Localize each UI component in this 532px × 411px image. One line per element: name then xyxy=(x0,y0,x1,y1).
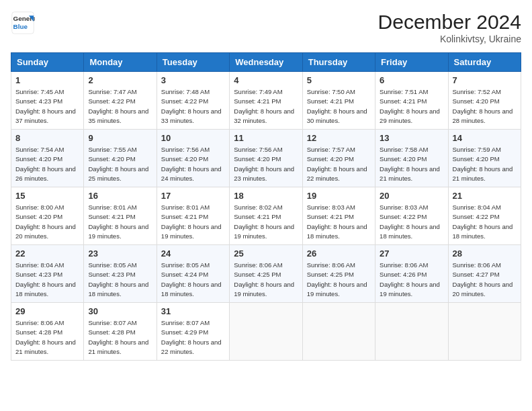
day-number: 15 xyxy=(15,191,79,201)
cell-content: Sunrise: 7:50 AMSunset: 4:21 PMDaylight:… xyxy=(307,87,371,126)
calendar-cell: 30Sunrise: 8:07 AMSunset: 4:28 PMDayligh… xyxy=(84,303,157,361)
cell-content: Sunrise: 8:06 AMSunset: 4:25 PMDaylight:… xyxy=(307,261,371,299)
calendar-cell: 31Sunrise: 8:07 AMSunset: 4:29 PMDayligh… xyxy=(157,303,229,361)
calendar-header-row: SundayMondayTuesdayWednesdayThursdayFrid… xyxy=(11,53,521,72)
cell-content: Sunrise: 7:49 AMSunset: 4:21 PMDaylight:… xyxy=(234,87,298,126)
calendar-cell: 5Sunrise: 7:50 AMSunset: 4:21 PMDaylight… xyxy=(302,72,375,130)
calendar-cell: 2Sunrise: 7:47 AMSunset: 4:22 PMDaylight… xyxy=(84,72,157,130)
day-number: 20 xyxy=(380,191,443,201)
logo: General Blue xyxy=(11,11,35,35)
cell-content: Sunrise: 8:07 AMSunset: 4:29 PMDaylight:… xyxy=(161,318,225,357)
day-number: 29 xyxy=(15,306,79,316)
day-number: 31 xyxy=(161,306,225,316)
calendar-cell xyxy=(448,303,521,361)
calendar-cell xyxy=(375,303,448,361)
calendar-week-1: 1Sunrise: 7:45 AMSunset: 4:23 PMDaylight… xyxy=(11,72,521,130)
day-number: 12 xyxy=(307,133,371,143)
cell-content: Sunrise: 8:05 AMSunset: 4:24 PMDaylight:… xyxy=(161,261,225,299)
calendar-body: 1Sunrise: 7:45 AMSunset: 4:23 PMDaylight… xyxy=(11,72,521,361)
calendar-cell: 18Sunrise: 8:02 AMSunset: 4:21 PMDayligh… xyxy=(230,187,302,245)
weekday-header-friday: Friday xyxy=(375,53,448,72)
location: Kolinkivtsy, Ukraine xyxy=(378,34,521,44)
calendar-cell: 29Sunrise: 8:06 AMSunset: 4:28 PMDayligh… xyxy=(11,303,84,361)
cell-content: Sunrise: 8:04 AMSunset: 4:22 PMDaylight:… xyxy=(453,203,517,241)
page-header: General Blue December 2024 Kolinkivtsy, … xyxy=(11,11,521,44)
cell-content: Sunrise: 7:54 AMSunset: 4:20 PMDaylight:… xyxy=(15,145,79,183)
cell-content: Sunrise: 7:45 AMSunset: 4:23 PMDaylight:… xyxy=(15,87,79,126)
month-title: December 2024 xyxy=(378,11,521,34)
calendar-cell: 9Sunrise: 7:55 AMSunset: 4:20 PMDaylight… xyxy=(84,130,157,187)
calendar-cell: 1Sunrise: 7:45 AMSunset: 4:23 PMDaylight… xyxy=(11,72,84,130)
cell-content: Sunrise: 8:04 AMSunset: 4:23 PMDaylight:… xyxy=(15,261,79,299)
calendar-cell: 13Sunrise: 7:58 AMSunset: 4:20 PMDayligh… xyxy=(375,130,448,187)
cell-content: Sunrise: 8:06 AMSunset: 4:28 PMDaylight:… xyxy=(15,318,79,357)
day-number: 25 xyxy=(234,248,298,259)
calendar-cell: 4Sunrise: 7:49 AMSunset: 4:21 PMDaylight… xyxy=(230,72,302,130)
calendar-cell: 26Sunrise: 8:06 AMSunset: 4:25 PMDayligh… xyxy=(302,245,375,303)
day-number: 7 xyxy=(453,75,517,85)
calendar-cell: 19Sunrise: 8:03 AMSunset: 4:21 PMDayligh… xyxy=(302,187,375,245)
cell-content: Sunrise: 7:58 AMSunset: 4:20 PMDaylight:… xyxy=(380,145,443,183)
calendar-cell: 8Sunrise: 7:54 AMSunset: 4:20 PMDaylight… xyxy=(11,130,84,187)
calendar-cell: 20Sunrise: 8:03 AMSunset: 4:22 PMDayligh… xyxy=(375,187,448,245)
cell-content: Sunrise: 8:06 AMSunset: 4:26 PMDaylight:… xyxy=(380,261,443,299)
calendar-cell: 23Sunrise: 8:05 AMSunset: 4:23 PMDayligh… xyxy=(84,245,157,303)
calendar-table: SundayMondayTuesdayWednesdayThursdayFrid… xyxy=(11,52,521,361)
calendar-cell: 10Sunrise: 7:56 AMSunset: 4:20 PMDayligh… xyxy=(157,130,229,187)
day-number: 24 xyxy=(161,248,225,259)
calendar-cell: 24Sunrise: 8:05 AMSunset: 4:24 PMDayligh… xyxy=(157,245,229,303)
day-number: 13 xyxy=(380,133,443,143)
cell-content: Sunrise: 7:52 AMSunset: 4:20 PMDaylight:… xyxy=(453,87,517,126)
cell-content: Sunrise: 8:03 AMSunset: 4:21 PMDaylight:… xyxy=(307,203,371,241)
weekday-header-saturday: Saturday xyxy=(448,53,521,72)
calendar-week-5: 29Sunrise: 8:06 AMSunset: 4:28 PMDayligh… xyxy=(11,303,521,361)
day-number: 5 xyxy=(307,75,371,85)
cell-content: Sunrise: 8:02 AMSunset: 4:21 PMDaylight:… xyxy=(234,203,298,241)
cell-content: Sunrise: 8:06 AMSunset: 4:27 PMDaylight:… xyxy=(453,261,517,299)
day-number: 16 xyxy=(88,191,152,201)
day-number: 27 xyxy=(380,248,443,259)
cell-content: Sunrise: 7:59 AMSunset: 4:20 PMDaylight:… xyxy=(453,145,517,183)
day-number: 23 xyxy=(88,248,152,259)
day-number: 11 xyxy=(234,133,298,143)
calendar-cell: 16Sunrise: 8:01 AMSunset: 4:21 PMDayligh… xyxy=(84,187,157,245)
weekday-header-wednesday: Wednesday xyxy=(230,53,302,72)
weekday-header-sunday: Sunday xyxy=(11,53,84,72)
calendar-cell: 27Sunrise: 8:06 AMSunset: 4:26 PMDayligh… xyxy=(375,245,448,303)
calendar-cell: 21Sunrise: 8:04 AMSunset: 4:22 PMDayligh… xyxy=(448,187,521,245)
calendar-week-2: 8Sunrise: 7:54 AMSunset: 4:20 PMDaylight… xyxy=(11,130,521,187)
calendar-cell: 7Sunrise: 7:52 AMSunset: 4:20 PMDaylight… xyxy=(448,72,521,130)
calendar-cell xyxy=(302,303,375,361)
calendar-week-4: 22Sunrise: 8:04 AMSunset: 4:23 PMDayligh… xyxy=(11,245,521,303)
day-number: 18 xyxy=(234,191,298,201)
day-number: 2 xyxy=(88,75,152,85)
day-number: 19 xyxy=(307,191,371,201)
day-number: 14 xyxy=(453,133,517,143)
day-number: 30 xyxy=(88,306,152,316)
calendar-cell: 11Sunrise: 7:56 AMSunset: 4:20 PMDayligh… xyxy=(230,130,302,187)
calendar-week-3: 15Sunrise: 8:00 AMSunset: 4:20 PMDayligh… xyxy=(11,187,521,245)
svg-text:Blue: Blue xyxy=(13,23,28,30)
calendar-cell: 25Sunrise: 8:06 AMSunset: 4:25 PMDayligh… xyxy=(230,245,302,303)
cell-content: Sunrise: 7:55 AMSunset: 4:20 PMDaylight:… xyxy=(88,145,152,183)
day-number: 17 xyxy=(161,191,225,201)
calendar-cell: 14Sunrise: 7:59 AMSunset: 4:20 PMDayligh… xyxy=(448,130,521,187)
day-number: 28 xyxy=(453,248,517,259)
day-number: 4 xyxy=(234,75,298,85)
day-number: 26 xyxy=(307,248,371,259)
weekday-header-tuesday: Tuesday xyxy=(157,53,229,72)
day-number: 3 xyxy=(161,75,225,85)
cell-content: Sunrise: 7:56 AMSunset: 4:20 PMDaylight:… xyxy=(161,145,225,183)
logo-icon: General Blue xyxy=(11,11,35,35)
cell-content: Sunrise: 7:56 AMSunset: 4:20 PMDaylight:… xyxy=(234,145,298,183)
weekday-header-thursday: Thursday xyxy=(302,53,375,72)
calendar-cell xyxy=(230,303,302,361)
calendar-cell: 3Sunrise: 7:48 AMSunset: 4:22 PMDaylight… xyxy=(157,72,229,130)
calendar-cell: 28Sunrise: 8:06 AMSunset: 4:27 PMDayligh… xyxy=(448,245,521,303)
day-number: 1 xyxy=(15,75,79,85)
cell-content: Sunrise: 8:05 AMSunset: 4:23 PMDaylight:… xyxy=(88,261,152,299)
day-number: 21 xyxy=(453,191,517,201)
calendar-cell: 17Sunrise: 8:01 AMSunset: 4:21 PMDayligh… xyxy=(157,187,229,245)
cell-content: Sunrise: 8:01 AMSunset: 4:21 PMDaylight:… xyxy=(88,203,152,241)
day-number: 10 xyxy=(161,133,225,143)
